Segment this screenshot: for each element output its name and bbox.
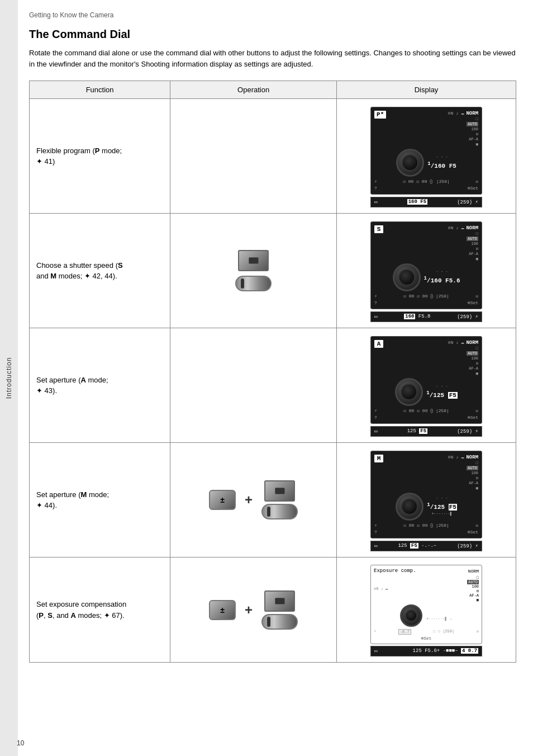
- col-header-function: Function: [30, 81, 170, 99]
- question-row-s: ? ⊕Set: [374, 300, 478, 305]
- small-box: □: [476, 117, 478, 121]
- cam-lens-ec: [400, 604, 422, 627]
- mini-dial-m: [261, 504, 298, 519]
- set-m: ⊕Set: [468, 530, 478, 535]
- command-table: Function Operation Display Flexible prog…: [29, 81, 516, 663]
- vf-shots-a: (259) ⚡: [457, 428, 478, 434]
- camera-btn-ec: [264, 590, 295, 612]
- af-box-s: ▣: [476, 257, 478, 261]
- cam-lens-inner-ec: [405, 609, 417, 622]
- operation-images-5: ± +: [177, 590, 330, 630]
- set-s: ⊕Set: [468, 300, 478, 305]
- viewfinder-ec: [275, 598, 285, 604]
- cam-monitor-ec: Exposure comp. NORM ⊙N ♪ ▬ □ AUTO 100 ⊡: [370, 565, 482, 644]
- ec-icons-row: ⊙N ♪ ▬: [374, 587, 388, 591]
- mode-s: S: [118, 261, 123, 270]
- dots-row: · · ·: [427, 155, 456, 160]
- camera-body-icon: [238, 250, 269, 271]
- exp-icon-s: ☒: [475, 294, 478, 299]
- table-row: Flexible program (P mode; ✦ 41) P*: [30, 99, 516, 214]
- function-text-3: Set aperture (A mode; ✦ 43).: [36, 375, 163, 396]
- scale-m: +·······▌: [427, 512, 457, 517]
- flash-icon: ⚡: [374, 179, 377, 184]
- scale-ec: +·······▌ –: [426, 617, 452, 622]
- norm-label: NORM: [466, 111, 478, 116]
- vf-small-icon: ▭: [374, 199, 377, 205]
- cam-lens-inner-a: [401, 384, 417, 400]
- norm-m: NORM: [466, 455, 478, 460]
- auto-badge: AUTO: [467, 122, 478, 126]
- vf-shots-s: (259) ⚡: [457, 314, 478, 320]
- cam-exposure-m: · · · 1/125 F5 +·······▌: [427, 496, 457, 517]
- operation-cell-4: ± +: [170, 443, 337, 557]
- cam-right-info-a: NORM □ AUTO 100 ⊡ AF-A ▣: [466, 340, 478, 376]
- flash-s: ⚡: [374, 294, 377, 299]
- afa-ec: AF-A: [469, 593, 479, 598]
- iso-100: 100: [471, 127, 478, 131]
- dial-group-ec: [261, 590, 298, 630]
- shutter-p: 1/160 F5: [427, 160, 456, 171]
- ec-icon: ±: [220, 606, 225, 615]
- s-icon-s: ⊡: [476, 247, 478, 251]
- mode-m: M: [81, 490, 87, 499]
- cam-right-info: NORM □ AUTO 100 ⊡ AF-A ▣: [466, 111, 478, 147]
- exp-icon-m: ☒: [475, 523, 478, 528]
- cam-icons-a: ⊙N ♪ ▬: [448, 340, 464, 345]
- cam-exposure-a: · · · 1/125 F5: [426, 384, 458, 400]
- norm-a: NORM: [466, 340, 478, 346]
- cam-monitor-p: P* ⊙N ♪ ▬ NORM □ AUTO 100 ⊡: [370, 107, 482, 195]
- auto-s: AUTO: [467, 237, 478, 241]
- s-icon-ec: ⊡: [477, 589, 479, 593]
- indicators-a: ☑ 00 ☑ 00 ⨀ |259|: [403, 408, 449, 413]
- norm-s: NORM: [466, 225, 478, 231]
- vf-bottom-ec: ▭ 125 F5.6+ ·■■■– 4 0.7: [370, 646, 482, 656]
- cam-monitor-a: A ⊙N ♪ ▬ NORM □ AUTO 100 ⊡: [370, 336, 482, 424]
- af-box-m: ▣: [476, 486, 478, 490]
- plus-sign: +: [245, 492, 253, 508]
- iso-100-a: 100: [471, 356, 478, 361]
- dial-image-2: [177, 250, 330, 291]
- table-row: Set exposure compensation (P, S, and A m…: [30, 557, 516, 663]
- indicators-m: ☑ 00 ☑ 00 ⨀ |259|: [403, 523, 449, 528]
- iso-100-m: 100: [471, 471, 478, 475]
- col-header-display: Display: [337, 81, 516, 99]
- mode-badge-s: S: [374, 225, 383, 233]
- question-row: ? ⊕Set: [374, 186, 478, 191]
- cam-right-info-m: NORM □ AUTO 100 ⊡ AF-A ▣: [466, 455, 478, 490]
- ec-ev-badge: -0.7: [398, 629, 411, 635]
- command-dial-icon: [235, 276, 272, 291]
- cam-lens-m: [396, 493, 423, 521]
- cam-lens-p: [396, 149, 424, 177]
- vf-bottom-p: ▭ 160 F5 (259) ⚡: [370, 197, 482, 207]
- exp-icon-a: ☒: [475, 408, 478, 413]
- question-s: ?: [374, 300, 377, 305]
- vf-icon-m: ▭: [374, 543, 377, 549]
- vf-icon-ec: ▭: [374, 648, 377, 654]
- cam-monitor-s: S ⊙N ♪ ▬ NORM □ AUTO 100 ⊡: [370, 221, 482, 309]
- vf-icon-s: ▭: [374, 314, 377, 320]
- display-cell-2: S ⊙N ♪ ▬ NORM □ AUTO 100 ⊡: [337, 214, 516, 328]
- cam-bottom-m: ⚡ ☑ 00 ☑ 00 ⨀ |259| ☒: [374, 523, 478, 528]
- ec-lens-row: 1/125 F5.6 +·······▌ –: [374, 604, 479, 627]
- af-box: ▣: [476, 142, 478, 147]
- display-cell-5: Exposure comp. NORM ⊙N ♪ ▬ □ AUTO 100 ⊡: [337, 557, 516, 663]
- norm-ec: NORM: [468, 569, 479, 574]
- mode-p: P: [95, 147, 100, 155]
- shutter-s: 1/160 F5.6: [424, 275, 460, 285]
- vf-icon-a: ▭: [374, 428, 377, 434]
- operation-cell-5: ± +: [170, 557, 337, 663]
- cam-exposure-p: · · · 1/160 F5: [427, 155, 456, 171]
- vf-shots-m: (259) ⚡: [457, 543, 478, 549]
- ec-exp-box: ☒: [477, 629, 479, 635]
- function-cell-3: Set aperture (A mode; ✦ 43).: [30, 328, 170, 443]
- vf-bottom-s: ▭ 160 F5.8 (259) ⚡: [370, 311, 482, 322]
- ec-metering: ☐ ☐ |259|: [433, 629, 454, 635]
- cam-bottom-s: ⚡ ☑ 00 ☑ 00 ⨀ |259| ☒: [374, 294, 478, 299]
- cam-icons-s: ⊙N ♪ ▬: [448, 225, 464, 230]
- sidebar-label: Introduction: [5, 357, 13, 399]
- shutter-a: 1/125 F5: [426, 390, 458, 400]
- mode-a-ec: A: [70, 611, 75, 620]
- table-row: Choose a shutter speed (S and M modes; ✦…: [30, 214, 516, 328]
- vf-shutter-a: 125 F5: [407, 428, 427, 434]
- question-mark: ?: [374, 186, 377, 191]
